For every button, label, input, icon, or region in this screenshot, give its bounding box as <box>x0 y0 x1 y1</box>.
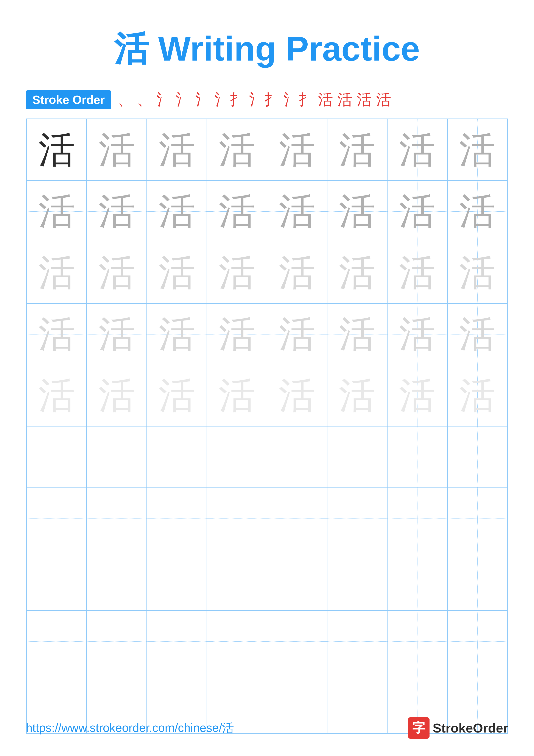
grid-cell <box>267 426 327 488</box>
grid-cell: 活 <box>447 304 507 365</box>
practice-char: 活 <box>159 316 195 353</box>
grid-cell: 活 <box>87 180 147 242</box>
practice-char: 活 <box>399 193 436 230</box>
grid-row-3: 活 活 活 活 活 活 活 活 <box>27 242 507 304</box>
practice-char: 活 <box>339 316 375 353</box>
grid-cell <box>27 610 87 672</box>
practice-char: 活 <box>459 132 496 168</box>
grid-cell <box>87 549 147 610</box>
logo-text: StrokeOrder <box>433 721 508 736</box>
grid-cell: 活 <box>327 242 387 304</box>
practice-char: 活 <box>98 193 135 230</box>
grid-cell: 活 <box>447 365 507 426</box>
practice-char: 活 <box>399 255 436 291</box>
footer-url: https://www.strokeorder.com/chinese/活 <box>26 720 234 736</box>
practice-char: 活 <box>219 316 255 353</box>
grid-cell: 活 <box>147 304 207 365</box>
grid-cell <box>27 426 87 488</box>
grid-cell <box>87 610 147 672</box>
grid-cell: 活 <box>147 242 207 304</box>
practice-char: 活 <box>219 132 255 168</box>
practice-char: 活 <box>399 132 436 168</box>
stroke-7: 氵扌 <box>249 90 279 110</box>
grid-cell: 活 <box>327 180 387 242</box>
grid-cell: 活 <box>27 365 87 426</box>
practice-char: 活 <box>98 255 135 291</box>
stroke-9: 活 <box>318 90 333 110</box>
grid-cell <box>327 426 387 488</box>
grid-cell: 活 <box>447 180 507 242</box>
practice-char: 活 <box>159 193 195 230</box>
stroke-sequence: 、 、 氵 氵 氵 氵扌 氵扌 氵扌 活 活 活 活 <box>117 90 391 110</box>
practice-char: 活 <box>339 255 375 291</box>
practice-char: 活 <box>279 132 315 168</box>
practice-char: 活 <box>219 377 255 414</box>
grid-cell <box>327 488 387 549</box>
grid-cell: 活 <box>207 304 267 365</box>
grid-cell: 活 <box>447 119 507 180</box>
stroke-1: 、 <box>117 90 133 110</box>
practice-char: 活 <box>399 316 436 353</box>
grid-cell: 活 <box>327 119 387 180</box>
grid-cell <box>27 549 87 610</box>
grid-cell: 活 <box>147 180 207 242</box>
stroke-8: 氵扌 <box>284 90 314 110</box>
grid-cell <box>207 426 267 488</box>
grid-cell: 活 <box>327 304 387 365</box>
grid-cell: 活 <box>207 119 267 180</box>
grid-cell: 活 <box>267 365 327 426</box>
grid-cell: 活 <box>327 365 387 426</box>
stroke-2: 、 <box>137 90 152 110</box>
grid-row-1: 活 活 活 活 活 活 活 活 <box>27 119 507 180</box>
grid-row-9 <box>27 610 507 672</box>
grid-cell: 活 <box>267 180 327 242</box>
logo-char: 字 <box>412 719 425 737</box>
grid-cell: 活 <box>207 180 267 242</box>
grid-cell <box>327 549 387 610</box>
practice-char: 活 <box>38 132 75 168</box>
practice-char: 活 <box>38 193 75 230</box>
stroke-11: 活 <box>357 90 372 110</box>
grid-cell: 活 <box>267 242 327 304</box>
grid-cell: 活 <box>387 242 447 304</box>
practice-char: 活 <box>159 255 195 291</box>
grid-cell <box>87 488 147 549</box>
practice-char: 活 <box>98 316 135 353</box>
practice-char: 活 <box>399 377 436 414</box>
practice-char: 活 <box>159 377 195 414</box>
practice-char: 活 <box>38 377 75 414</box>
practice-char: 活 <box>459 255 496 291</box>
grid-cell <box>207 610 267 672</box>
grid-cell <box>387 426 447 488</box>
practice-char: 活 <box>98 132 135 168</box>
grid-row-5: 活 活 活 活 活 活 活 活 <box>27 365 507 426</box>
footer-logo: 字 StrokeOrder <box>408 717 508 739</box>
grid-table: 活 活 活 活 活 活 活 活 活 活 活 活 活 活 活 活 <box>26 119 508 734</box>
grid-cell <box>387 488 447 549</box>
grid-cell <box>387 610 447 672</box>
practice-char: 活 <box>279 193 315 230</box>
grid-cell <box>387 549 447 610</box>
practice-char: 活 <box>279 316 315 353</box>
grid-row-7 <box>27 488 507 549</box>
practice-char: 活 <box>219 193 255 230</box>
practice-char: 活 <box>279 377 315 414</box>
stroke-order-row: Stroke Order 、 、 氵 氵 氵 氵扌 氵扌 氵扌 活 活 活 活 <box>26 90 508 110</box>
stroke-5: 氵 <box>195 90 210 110</box>
grid-cell <box>87 426 147 488</box>
grid-cell: 活 <box>147 365 207 426</box>
stroke-4: 氵 <box>176 90 191 110</box>
grid-cell <box>447 610 507 672</box>
grid-cell: 活 <box>87 242 147 304</box>
practice-char: 活 <box>459 193 496 230</box>
grid-cell: 活 <box>207 242 267 304</box>
grid-row-8 <box>27 549 507 610</box>
grid-cell: 活 <box>387 119 447 180</box>
grid-cell <box>147 488 207 549</box>
grid-cell <box>207 488 267 549</box>
grid-cell <box>267 549 327 610</box>
grid-row-4: 活 活 活 活 活 活 活 活 <box>27 304 507 365</box>
stroke-12: 活 <box>376 90 391 110</box>
practice-char: 活 <box>339 193 375 230</box>
grid-cell <box>267 610 327 672</box>
